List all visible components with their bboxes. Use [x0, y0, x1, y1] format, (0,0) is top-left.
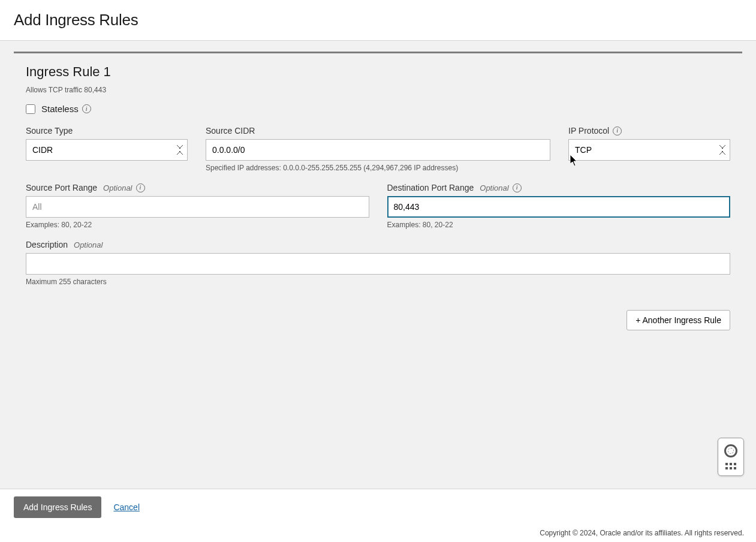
- description-helper: Maximum 255 characters: [26, 278, 730, 286]
- ip-protocol-select[interactable]: TCP: [568, 139, 730, 161]
- help-widget[interactable]: [718, 438, 744, 476]
- info-icon[interactable]: i: [613, 127, 622, 136]
- copyright-text: Copyright © 2024, Oracle and/or its affi…: [0, 525, 756, 542]
- cancel-link[interactable]: Cancel: [113, 502, 140, 512]
- ip-protocol-label: IP Protocol i: [568, 126, 730, 136]
- source-port-label: Source Port Range Optional i: [26, 183, 369, 192]
- help-ring-icon: [724, 444, 737, 457]
- dest-port-label: Destination Port Range Optional i: [387, 183, 731, 192]
- content-area: Ingress Rule 1 Allows TCP traffic 80,443…: [0, 41, 756, 489]
- add-another-rule-button[interactable]: + Another Ingress Rule: [627, 310, 730, 330]
- description-label: Description Optional: [26, 240, 730, 249]
- rule-subtitle: Allows TCP traffic 80,443: [14, 86, 742, 94]
- source-type-label: Source Type: [26, 126, 188, 136]
- footer-bar: Add Ingress Rules Cancel: [0, 489, 756, 525]
- rule-title: Ingress Rule 1: [14, 64, 742, 80]
- stateless-row: Stateless i: [26, 104, 730, 114]
- stateless-label[interactable]: Stateless: [41, 104, 79, 114]
- app-grid-icon: [725, 463, 736, 469]
- source-port-helper: Examples: 80, 20-22: [26, 221, 369, 229]
- page-header: Add Ingress Rules: [0, 0, 756, 41]
- description-input[interactable]: [26, 253, 730, 275]
- source-cidr-helper: Specified IP addresses: 0.0.0.0-255.255.…: [206, 164, 550, 172]
- page-title: Add Ingress Rules: [14, 11, 742, 29]
- source-type-select[interactable]: CIDR: [26, 139, 188, 161]
- source-cidr-label: Source CIDR: [206, 126, 550, 136]
- source-cidr-input[interactable]: [206, 139, 550, 161]
- info-icon[interactable]: i: [513, 183, 522, 192]
- ingress-rule-card: Ingress Rule 1 Allows TCP traffic 80,443…: [14, 52, 742, 330]
- info-icon[interactable]: i: [82, 104, 91, 113]
- stateless-checkbox[interactable]: [26, 104, 35, 114]
- dest-port-helper: Examples: 80, 20-22: [387, 221, 731, 229]
- source-port-input[interactable]: [26, 196, 369, 218]
- dest-port-input[interactable]: [387, 196, 731, 218]
- add-ingress-rules-button[interactable]: Add Ingress Rules: [14, 496, 101, 518]
- info-icon[interactable]: i: [136, 183, 145, 192]
